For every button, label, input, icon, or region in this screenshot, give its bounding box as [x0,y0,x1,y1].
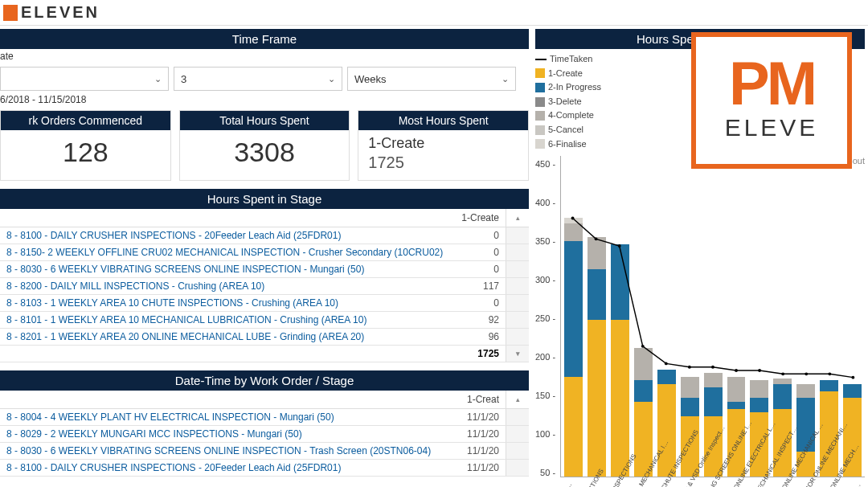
legend-label: 6-Finalise [548,137,587,152]
svg-point-10 [805,373,808,376]
stage-col-header[interactable]: 1-Create [455,209,506,227]
unit-value: Weeks [354,73,387,85]
row-value: 117 [455,278,506,295]
date-range: 6/2018 - 11/15/2018 [0,94,529,105]
row-label: 8 - 8103 - 1 WEEKLY AREA 10 CHUTE INSPEC… [0,295,455,312]
svg-point-0 [571,217,575,220]
unit-dropdown[interactable]: Weeks ⌄ [347,67,516,91]
svg-point-11 [828,373,831,376]
chevron-down-icon: ⌄ [328,74,335,84]
scroll-down-icon[interactable]: ▾ [513,349,522,358]
kpi-commenced-value: 128 [1,130,170,176]
logo-text: ELEVEN [21,3,100,22]
row-label: 8 - 8030 - 6 WEEKLY VIBRATING SCREENS ON… [0,443,458,460]
chevron-down-icon: ⌄ [154,74,162,84]
row-label: 8 - 8029 - 2 WEEKLY MUNGARI MCC INSPECTI… [0,426,458,443]
row-value: 0 [455,227,506,244]
legend-label: TimeTaken [550,52,592,67]
table-total-row: 1725▾ [0,346,529,362]
row-label: 8 - 8100 - DAILY CRUSHER INSPECTIONS - 2… [0,460,458,477]
kpi-mosthours-stage: 1-Create [358,135,528,152]
svg-point-9 [781,373,784,376]
qty-value: 3 [181,73,186,85]
scroll-up-icon[interactable]: ▴ [513,213,522,223]
row-value: 0 [455,295,506,312]
kpi-totalhours: Total Hours Spent 3308 [179,110,350,181]
stage-table-header: Hours Spent in Stage [0,189,529,209]
table-row[interactable]: 8 - 8150- 2 WEEKLY OFFLINE CRU02 MECHANI… [0,244,529,261]
table-row[interactable]: 8 - 8030 - 6 WEEKLY VIBRATING SCREENS ON… [0,261,529,278]
legend-label: 2-In Progress [548,80,601,95]
row-label: 8 - 8200 - DAILY MILL INSPECTIONS - Crus… [0,278,455,295]
row-value: 92 [455,312,506,329]
table-row[interactable]: 8 - 8201 - 1 WEEKLY AREA 20 ONLINE MECHA… [0,329,529,346]
row-value: 11/1/20 [458,460,506,477]
table-row[interactable]: 8 - 8100 - DAILY CRUSHER INSPECTIONS - 2… [0,460,529,477]
stage-table: 1-Create ▴ 8 - 8100 - DAILY CRUSHER INSP… [0,209,529,362]
legend-label: 4-Complete [548,108,594,123]
table-row[interactable]: 8 - 8100 - DAILY CRUSHER INSPECTIONS - 2… [0,227,529,244]
svg-point-6 [711,366,714,369]
logo-mark-icon [3,5,18,21]
table-row[interactable]: 8 - 8030 - 6 WEEKLY VIBRATING SCREENS ON… [0,443,529,460]
row-value: 0 [455,261,506,278]
legend-label: 1-Create [548,67,583,81]
svg-point-3 [641,345,645,348]
table-row[interactable]: 8 - 8101 - 1 WEEKLY AREA 10 MECHANICAL L… [0,312,529,329]
row-label: 8 - 8004 - 4 WEEKLY PLANT HV ELECTRICAL … [0,409,458,426]
row-label: 8 - 8030 - 6 WEEKLY VIBRATING SCREENS ON… [0,261,455,278]
datetime-col-header[interactable]: 1-Creat [458,391,506,409]
app-logo-bar: ELEVEN [0,0,868,26]
svg-point-2 [618,244,621,248]
svg-point-1 [595,238,598,241]
svg-point-4 [665,362,668,366]
row-value: 11/1/20 [458,426,506,443]
row-value: 96 [455,329,506,346]
table-row[interactable]: 8 - 8103 - 1 WEEKLY AREA 10 CHUTE INSPEC… [0,295,529,312]
kpi-commenced-label: rk Orders Commenced [1,111,170,130]
timeframe-header: Time Frame [0,29,529,49]
table-row[interactable]: 8 - 8029 - 2 WEEKLY MUNGARI MCC INSPECTI… [0,426,529,443]
row-label: 8 - 8100 - DAILY CRUSHER INSPECTIONS - 2… [0,227,455,244]
row-value: 11/1/20 [458,443,506,460]
kpi-mosthours-label: Most Hours Spent [358,111,528,130]
svg-point-8 [758,369,761,372]
svg-point-7 [735,369,738,372]
kpi-totalhours-label: Total Hours Spent [180,111,350,130]
chart-xticks: …CT…SPECTIONSER INSPECTIONSRU02 MECHANIC… [535,481,865,487]
kpi-mosthours-value: 1725 [358,152,528,180]
timetaken-line [561,156,865,468]
end-date-label: ate [0,51,529,62]
row-label: 8 - 8201 - 1 WEEKLY AREA 20 ONLINE MECHA… [0,329,455,346]
row-label: 8 - 8101 - 1 WEEKLY AREA 10 MECHANICAL L… [0,312,455,329]
table-row[interactable]: 8 - 8200 - DAILY MILL INSPECTIONS - Crus… [0,278,529,295]
table-row[interactable]: 8 - 8004 - 4 WEEKLY PLANT HV ELECTRICAL … [0,409,529,426]
row-label: 8 - 8150- 2 WEEKLY OFFLINE CRU02 MECHANI… [0,244,455,261]
svg-point-12 [852,376,855,379]
kpi-commenced: rk Orders Commenced 128 [0,110,171,181]
kpi-mosthours: Most Hours Spent 1-Create 1725 [358,110,529,181]
legend-label: 3-Delete [548,95,582,109]
svg-point-5 [688,366,691,369]
scroll-up-icon[interactable]: ▴ [513,395,522,404]
end-date-dropdown[interactable]: ⌄ [0,67,169,91]
row-value: 11/1/20 [458,409,506,426]
kpi-totalhours-value: 3308 [180,130,350,176]
datetime-table-header: Date-Time by Work Order / Stage [0,370,529,391]
chart-yaxis: 450 -400 -350 -300 -250 -200 -150 -100 -… [535,156,555,477]
legend-label: 5-Cancel [548,123,583,137]
chevron-down-icon: ⌄ [502,74,509,84]
qty-dropdown[interactable]: 3 ⌄ [174,67,342,91]
datetime-table: 1-Creat ▴ 8 - 8004 - 4 WEEKLY PLANT HV E… [0,391,529,477]
pm-eleven-watermark: PM ELEVE [691,32,852,169]
row-value: 0 [455,244,506,261]
